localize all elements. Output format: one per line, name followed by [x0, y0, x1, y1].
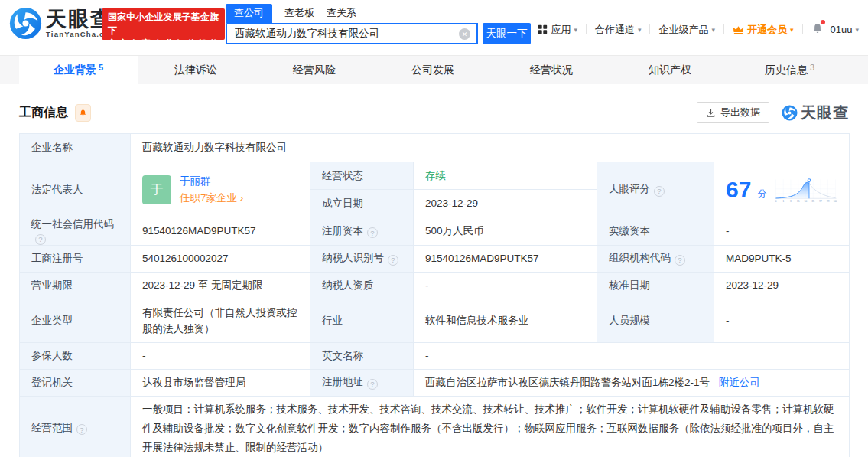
nearby-companies-link[interactable]: 附近公司: [719, 377, 760, 388]
credit-code-value: 91540126MAD9PUTK57: [131, 217, 310, 246]
table-row: 工商注册号 540126100002027 纳税人识别号? 91540126MA…: [20, 245, 850, 272]
biz-term-value: 2023-12-29 至 无固定期限: [131, 272, 310, 299]
caret-down-icon: ▾: [711, 26, 715, 34]
notifications-bell-icon[interactable]: [811, 22, 824, 37]
field-label: 注册资本?: [310, 217, 414, 246]
site-logo[interactable]: 天眼查 TianYanCha.com: [9, 7, 117, 40]
svg-text:0: 0: [775, 199, 777, 202]
nav-apps[interactable]: 应用▾: [538, 23, 577, 37]
help-icon[interactable]: ?: [367, 379, 378, 390]
tab-lawsuits[interactable]: 法律诉讼: [138, 56, 256, 84]
svg-text:50: 50: [805, 199, 808, 202]
site-header: 天眼查 TianYanCha.com 国家中小企业发展子基金旗下 官方备案企业征…: [0, 0, 868, 47]
reg-capital-value: 500万人民币: [414, 217, 597, 246]
insured-count-value: -: [131, 342, 310, 369]
crown-icon: [733, 25, 744, 34]
legal-rep-positions-link[interactable]: 任职7家企业 ›: [180, 191, 243, 205]
search-tab-relation[interactable]: 查关系: [327, 4, 356, 23]
established-value: 2023-12-29: [414, 190, 597, 217]
reg-number-value: 540126100002027: [131, 245, 310, 272]
tab-intellectual-property[interactable]: 知识产权: [612, 56, 730, 84]
help-icon[interactable]: ?: [367, 227, 378, 238]
business-info-table: 企业名称 西藏软通动力数字科技有限公司 法定代表人 于 于丽群 任职7家企业 ›…: [19, 133, 850, 457]
search-tab-boss[interactable]: 查老板: [284, 4, 314, 23]
nav-channel[interactable]: 合作通道▾: [595, 23, 642, 37]
business-scope-value: 一般项目：计算机系统服务；技术服务、技术开发、技术咨询、技术交流、技术转让、技术…: [131, 396, 850, 457]
caret-down-icon: ▾: [855, 26, 859, 34]
field-label: 统一社会信用代码?: [20, 217, 131, 246]
svg-text:15: 15: [797, 199, 800, 202]
tianyancha-swirl-icon: [782, 105, 798, 121]
tab-company-development[interactable]: 公司发展: [375, 56, 493, 84]
help-icon[interactable]: ?: [654, 186, 665, 197]
svg-text:97: 97: [820, 199, 823, 202]
help-icon[interactable]: ?: [35, 234, 46, 245]
table-row: 参保人数 - 英文名称 -: [20, 342, 850, 369]
field-label: 营业期限: [20, 272, 131, 299]
tab-background[interactable]: 企业背景5: [19, 56, 138, 84]
caret-down-icon: ▾: [574, 26, 577, 34]
svg-text:100: 100: [834, 199, 837, 202]
legal-rep-cell: 于 于丽群 任职7家企业 ›: [131, 162, 310, 217]
chevron-right-icon: ›: [240, 192, 244, 204]
company-type-value: 有限责任公司（非自然人投资或控股的法人独资）: [131, 299, 310, 342]
badge-line1: 国家中小企业发展子基金旗下: [108, 11, 219, 38]
field-label: 英文名称: [310, 342, 414, 369]
field-label: 行业: [310, 299, 414, 342]
field-label: 组织机构代码?: [597, 245, 714, 272]
divider: [802, 24, 803, 34]
company-name-value: 西藏软通动力数字科技有限公司: [131, 134, 850, 162]
tianyancha-swirl-icon: [9, 7, 42, 40]
svg-text:3: 3: [790, 199, 792, 202]
field-label: 企业名称: [20, 134, 131, 162]
taxpayer-id-value: 91540126MAD9PUTK57: [414, 245, 597, 272]
field-label: 经营范围?: [20, 396, 131, 457]
nav-enterprise[interactable]: 企业级产品▾: [658, 23, 715, 37]
address-value: 西藏自治区拉萨市达孜区德庆镇丹阳路警务站对面1栋2楼2-1号: [425, 377, 710, 388]
nav-vip[interactable]: 开通会员▾: [733, 23, 794, 37]
company-tab-bar: 企业背景5 法律诉讼 经营风险 公司发展 经营状况 知识产权 历史信息3: [0, 55, 868, 84]
field-label: 登记机关: [20, 369, 131, 396]
divider: [649, 24, 650, 34]
nav-user[interactable]: 01uu▾: [831, 24, 859, 35]
help-icon[interactable]: ?: [388, 255, 398, 266]
taxpayer-quality-value: -: [414, 272, 597, 299]
help-icon[interactable]: ?: [76, 424, 87, 435]
subscribe-bell-icon[interactable]: [75, 104, 91, 122]
tab-history[interactable]: 历史信息3: [730, 56, 849, 84]
score-value: 67: [726, 178, 751, 201]
tab-operating-risk[interactable]: 经营风险: [256, 56, 375, 84]
tab-count: 3: [810, 63, 814, 72]
download-icon: [706, 108, 716, 118]
watermark-logo: 天眼查: [782, 103, 849, 123]
search-input[interactable]: [226, 23, 478, 44]
official-badge: 国家中小企业发展子基金旗下 官方备案企业征信机构: [102, 8, 225, 40]
table-row: 经营范围? 一般项目：计算机系统服务；技术服务、技术开发、技术咨询、技术交流、技…: [20, 396, 850, 457]
field-label: 工商注册号: [20, 245, 131, 272]
field-label: 纳税人资质: [310, 272, 414, 299]
status-value: 存续: [414, 162, 597, 190]
export-data-button[interactable]: 导出数据: [697, 102, 769, 123]
field-label: 注册地址?: [310, 369, 414, 396]
section-header: 工商信息 导出数据 天眼查: [19, 102, 849, 123]
english-name-value: -: [414, 342, 850, 369]
tab-operating-status[interactable]: 经营状况: [493, 56, 612, 84]
table-row: 企业名称 西藏软通动力数字科技有限公司: [20, 134, 850, 162]
legal-rep-avatar[interactable]: 于: [142, 175, 171, 204]
search-button[interactable]: 天眼一下: [483, 23, 531, 44]
field-label: 人员规模: [597, 299, 714, 342]
table-row: 登记机关 达孜县市场监督管理局 注册地址? 西藏自治区拉萨市达孜区德庆镇丹阳路警…: [20, 369, 850, 396]
help-icon[interactable]: ?: [675, 255, 685, 266]
caret-down-icon: ▾: [790, 26, 794, 34]
svg-text:99: 99: [827, 199, 830, 202]
notification-dot: [821, 20, 825, 24]
approval-date-value: 2023-12-29: [714, 272, 850, 299]
field-label: 企业类型: [20, 299, 131, 342]
field-label: 核准日期: [597, 272, 714, 299]
search-tab-company[interactable]: 查公司: [226, 4, 272, 23]
legal-rep-name-link[interactable]: 于丽群: [180, 175, 243, 188]
divider: [586, 24, 587, 34]
clear-search-icon[interactable]: ✕: [459, 28, 470, 40]
industry-value: 软件和信息技术服务业: [414, 299, 597, 342]
search-area: 查公司 查老板 查关系 ✕ 天眼一下: [226, 4, 531, 44]
